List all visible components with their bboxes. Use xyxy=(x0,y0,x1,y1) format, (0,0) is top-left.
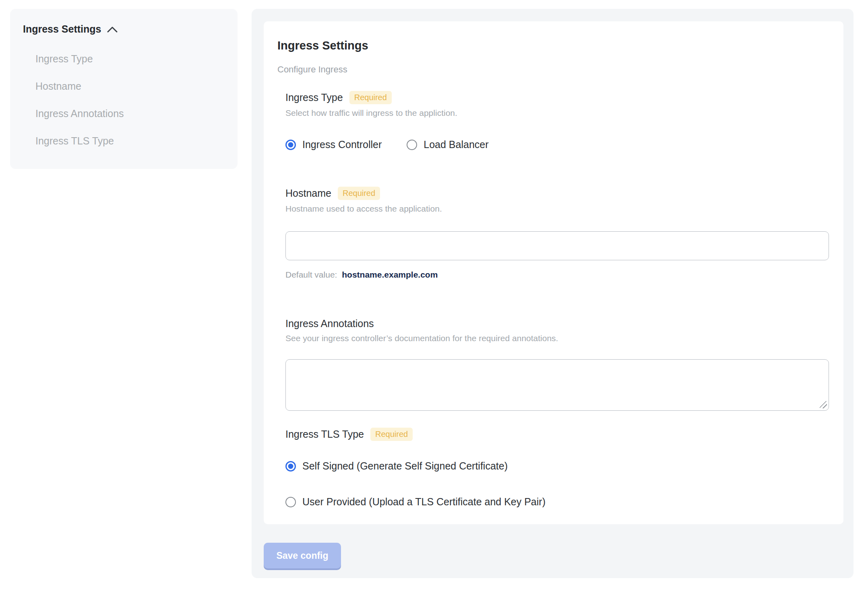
radio-label: Load Balancer xyxy=(424,139,488,150)
radio-button-icon[interactable] xyxy=(285,461,296,472)
ingress-annotations-description: See your ingress controller’s documentat… xyxy=(285,334,830,343)
sidebar-item-ingress-type[interactable]: Ingress Type xyxy=(35,53,225,65)
ingress-type-label: Ingress Type xyxy=(285,92,343,103)
ingress-type-radio-group: Ingress Controller Load Balancer xyxy=(285,139,830,150)
radio-label: User Provided (Upload a TLS Certificate … xyxy=(302,496,546,508)
radio-user-provided[interactable]: User Provided (Upload a TLS Certificate … xyxy=(285,496,830,508)
main-panel: Ingress Settings Configure Ingress Ingre… xyxy=(252,9,854,578)
radio-button-icon[interactable] xyxy=(285,140,296,150)
section-ingress-annotations: Ingress Annotations See your ingress con… xyxy=(285,318,830,411)
default-value: hostname.example.com xyxy=(342,270,438,279)
sidebar-item-ingress-tls-type[interactable]: Ingress TLS Type xyxy=(35,135,225,147)
page-title: Ingress Settings xyxy=(277,39,830,52)
radio-load-balancer[interactable]: Load Balancer xyxy=(407,139,488,150)
ingress-annotations-label: Ingress Annotations xyxy=(285,318,374,329)
sidebar-item-list: Ingress Type Hostname Ingress Annotation… xyxy=(35,53,225,147)
chevron-up-icon xyxy=(107,23,118,35)
radio-button-icon[interactable] xyxy=(407,140,417,150)
sidebar-item-ingress-annotations[interactable]: Ingress Annotations xyxy=(35,107,225,119)
ingress-settings-card: Ingress Settings Configure Ingress Ingre… xyxy=(264,21,843,524)
page-subtitle: Configure Ingress xyxy=(277,64,830,75)
radio-label: Self Signed (Generate Self Signed Certif… xyxy=(302,460,508,472)
sidebar-item-hostname[interactable]: Hostname xyxy=(35,80,225,92)
radio-self-signed[interactable]: Self Signed (Generate Self Signed Certif… xyxy=(285,460,830,472)
sidebar-section-title: Ingress Settings xyxy=(23,23,101,35)
required-badge: Required xyxy=(338,187,380,200)
radio-ingress-controller[interactable]: Ingress Controller xyxy=(285,139,382,150)
ingress-annotations-textarea[interactable] xyxy=(285,359,829,411)
hostname-default-value-line: Default value: hostname.example.com xyxy=(285,270,830,280)
section-ingress-tls-type: Ingress TLS Type Required Self Signed (G… xyxy=(285,428,830,508)
radio-label: Ingress Controller xyxy=(302,139,382,150)
hostname-input[interactable] xyxy=(285,231,829,260)
ingress-tls-type-label: Ingress TLS Type xyxy=(285,428,364,440)
settings-sidebar: Ingress Settings Ingress Type Hostname I… xyxy=(10,9,238,169)
default-value-label: Default value: xyxy=(285,270,337,279)
hostname-label: Hostname xyxy=(285,187,331,199)
ingress-type-description: Select how traffic will ingress to the a… xyxy=(285,108,830,118)
radio-button-icon[interactable] xyxy=(285,497,296,507)
save-config-button[interactable]: Save config xyxy=(264,543,341,568)
hostname-description: Hostname used to access the application. xyxy=(285,204,830,214)
resize-handle-icon[interactable] xyxy=(820,401,827,408)
section-ingress-type: Ingress Type Required Select how traffic… xyxy=(285,91,830,150)
section-hostname: Hostname Required Hostname used to acces… xyxy=(285,187,830,280)
required-badge: Required xyxy=(370,428,413,441)
sidebar-section-ingress-settings[interactable]: Ingress Settings xyxy=(23,23,225,35)
required-badge: Required xyxy=(349,91,392,104)
